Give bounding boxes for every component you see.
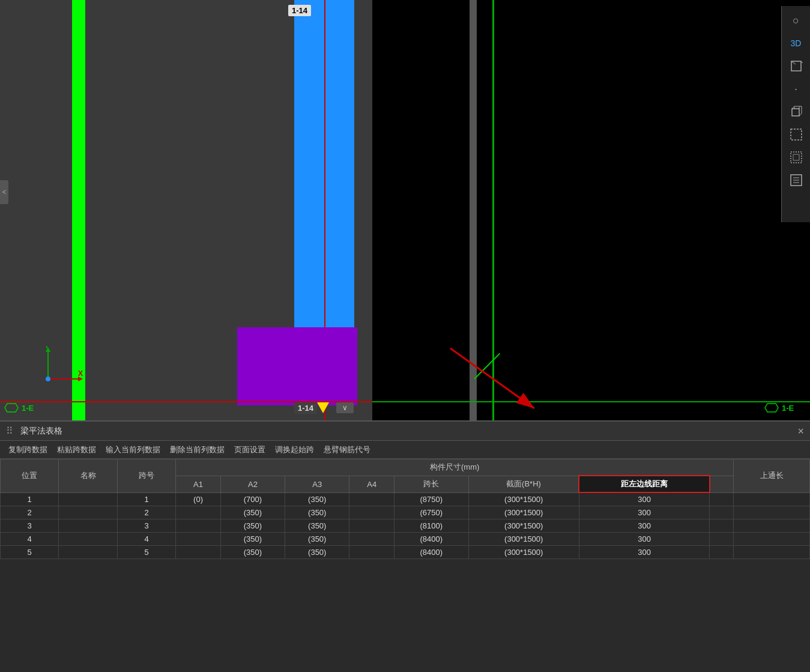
panel-toolbar: 复制跨数据 粘贴跨数据 输入当前列数据 删除当前列数据 页面设置 调换起始跨 悬… — [0, 441, 810, 459]
list-panel-icon[interactable] — [787, 171, 806, 190]
coordinate-axes: Y X — [36, 346, 84, 390]
table-cell[interactable]: (8750) — [394, 492, 468, 506]
hex-right-icon — [763, 401, 781, 414]
table-cell[interactable] — [59, 492, 117, 506]
table-cell[interactable] — [349, 492, 394, 506]
page-settings-button[interactable]: 页面设置 — [231, 443, 269, 456]
table-cell[interactable]: 1 — [1, 492, 59, 506]
col-header-a1: A1 — [176, 476, 221, 492]
cube-3d-icon[interactable]: 3D — [787, 34, 806, 53]
table-cell[interactable]: 4 — [117, 533, 175, 546]
table-cell[interactable]: 300 — [579, 546, 710, 559]
table-cell[interactable]: (300*1500) — [468, 546, 579, 559]
expand-icon[interactable] — [787, 125, 806, 144]
table-row[interactable]: 44(350)(350)(8400)(300*1500)300 — [1, 533, 810, 546]
table-row[interactable]: 11(0)(700)(350)(8750)(300*1500)300 — [1, 492, 810, 506]
table-cell[interactable]: 5 — [117, 546, 175, 559]
table-cell[interactable]: (300*1500) — [468, 519, 579, 533]
col-header-left-dist: 距左边线距离 — [579, 476, 710, 492]
copy-span-button[interactable]: 复制跨数据 — [5, 443, 51, 456]
table-cell[interactable] — [734, 519, 810, 533]
table-cell[interactable] — [734, 533, 810, 546]
table-cell[interactable]: 3 — [117, 519, 175, 533]
table-cell[interactable]: 5 — [1, 546, 59, 559]
table-row[interactable]: 33(350)(350)(8100)(300*1500)300 — [1, 519, 810, 533]
dot-icon[interactable]: · — [787, 79, 806, 98]
rotate-3d-icon[interactable] — [787, 148, 806, 167]
viewport-dropdown-tab[interactable]: ∨ — [336, 402, 354, 413]
table-cell[interactable] — [349, 506, 394, 519]
table-cell[interactable]: (300*1500) — [468, 492, 579, 506]
table-cell[interactable]: 300 — [579, 492, 710, 506]
table-cell[interactable] — [349, 546, 394, 559]
collapse-button[interactable]: < — [0, 180, 8, 204]
table-cell[interactable]: (350) — [285, 533, 349, 546]
table-cell[interactable]: (6750) — [394, 506, 468, 519]
table-cell[interactable]: (350) — [220, 506, 285, 519]
table-cell[interactable] — [710, 519, 734, 533]
table-cell[interactable] — [710, 533, 734, 546]
paste-span-button[interactable]: 粘贴跨数据 — [53, 443, 100, 456]
input-column-button[interactable]: 输入当前列数据 — [102, 443, 164, 456]
table-cell[interactable]: (350) — [285, 492, 349, 506]
cube-outline-icon[interactable] — [787, 56, 806, 76]
table-row[interactable]: 55(350)(350)(8400)(300*1500)300 — [1, 546, 810, 559]
table-row[interactable]: 22(350)(350)(6750)(300*1500)300 — [1, 506, 810, 519]
hex-left-icon — [2, 401, 20, 414]
table-cell[interactable]: (350) — [220, 519, 285, 533]
table-cell[interactable] — [734, 546, 810, 559]
swap-span-button[interactable]: 调换起始跨 — [271, 443, 318, 456]
table-cell[interactable] — [349, 533, 394, 546]
table-cell[interactable] — [734, 506, 810, 519]
data-table-wrapper[interactable]: 位置 名称 跨号 构件尺寸(mm) 上通长 A1 A2 A3 A4 跨长 截面(… — [0, 459, 810, 672]
table-cell[interactable]: 300 — [579, 519, 710, 533]
table-cell[interactable]: (8400) — [394, 533, 468, 546]
table-cell[interactable]: 1 — [117, 492, 175, 506]
table-cell[interactable]: (700) — [220, 492, 285, 506]
table-cell[interactable]: (350) — [220, 546, 285, 559]
col-header-section: 截面(B*H) — [468, 476, 579, 492]
table-cell[interactable]: (8100) — [394, 519, 468, 533]
table-cell[interactable] — [176, 519, 221, 533]
table-cell[interactable] — [176, 546, 221, 559]
table-cell[interactable]: (8400) — [394, 546, 468, 559]
table-cell[interactable] — [59, 506, 117, 519]
table-cell[interactable]: (350) — [285, 506, 349, 519]
table-cell[interactable]: 4 — [1, 533, 59, 546]
table-cell[interactable]: 2 — [1, 506, 59, 519]
table-cell[interactable]: 300 — [579, 506, 710, 519]
svg-rect-17 — [791, 129, 802, 140]
table-cell[interactable]: (350) — [220, 533, 285, 546]
table-cell[interactable] — [59, 533, 117, 546]
circle-icon[interactable]: ○ — [787, 11, 806, 30]
table-cell[interactable] — [710, 492, 734, 506]
table-cell[interactable]: 3 — [1, 519, 59, 533]
table-cell[interactable] — [176, 533, 221, 546]
table-cell[interactable]: 2 — [117, 506, 175, 519]
table-cell[interactable] — [59, 519, 117, 533]
table-cell[interactable]: (300*1500) — [468, 533, 579, 546]
label-1e-left: 1-E — [22, 404, 34, 413]
col-header-span: 跨号 — [117, 459, 175, 493]
panel-close-button[interactable]: × — [797, 426, 804, 437]
small-cube-icon[interactable] — [787, 102, 806, 121]
svg-rect-14 — [792, 109, 799, 116]
table-cell[interactable] — [710, 506, 734, 519]
table-cell[interactable]: (350) — [285, 546, 349, 559]
col-header-a2: A2 — [220, 476, 285, 492]
table-cell[interactable]: (300*1500) — [468, 506, 579, 519]
table-cell[interactable]: 300 — [579, 533, 710, 546]
viewport-black-right — [372, 0, 810, 420]
svg-text:X: X — [78, 369, 83, 378]
table-cell[interactable] — [710, 546, 734, 559]
table-cell[interactable] — [734, 492, 810, 506]
table-cell[interactable] — [176, 506, 221, 519]
col-header-a3: A3 — [285, 476, 349, 492]
table-cell[interactable]: (350) — [285, 519, 349, 533]
table-cell[interactable]: (0) — [176, 492, 221, 506]
delete-column-button[interactable]: 删除当前列数据 — [166, 443, 228, 456]
bottom-panel: ⠿ 梁平法表格 × 复制跨数据 粘贴跨数据 输入当前列数据 删除当前列数据 页面… — [0, 420, 810, 672]
table-cell[interactable] — [349, 519, 394, 533]
rebar-symbol-button[interactable]: 悬臂钢筋代号 — [320, 443, 374, 456]
table-cell[interactable] — [59, 546, 117, 559]
